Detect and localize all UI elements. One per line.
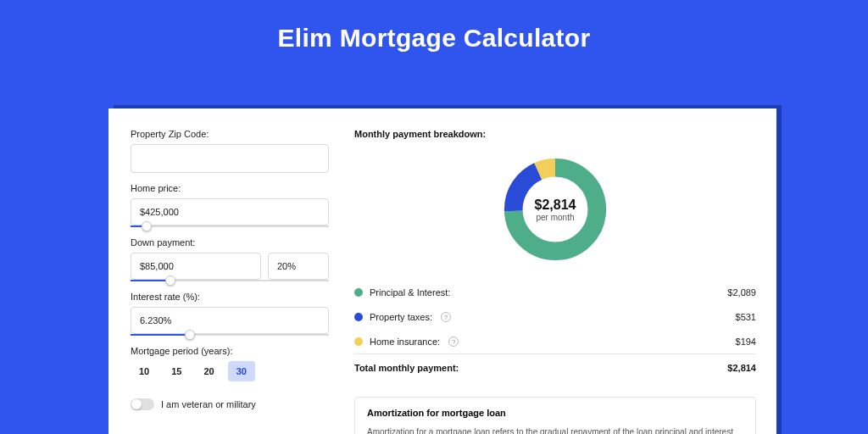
period-option-15[interactable]: 15 xyxy=(163,361,190,381)
down-payment-label: Down payment: xyxy=(131,237,329,248)
legend-label: Principal & Interest: xyxy=(370,287,450,298)
period-option-30[interactable]: 30 xyxy=(228,361,255,381)
home-price-slider[interactable] xyxy=(131,225,329,227)
home-price-slider-thumb[interactable] xyxy=(142,221,152,231)
page-title: Elim Mortgage Calculator xyxy=(0,0,868,68)
total-amount: $2,814 xyxy=(727,363,756,373)
input-panel: Property Zip Code: Home price: Down paym… xyxy=(108,108,346,434)
veteran-label: I am veteran or military xyxy=(161,399,256,409)
donut-sublabel: per month xyxy=(536,213,574,222)
legend-label: Home insurance: xyxy=(370,337,440,347)
legend-row: Property taxes:?$531 xyxy=(354,304,756,329)
down-payment-slider-thumb[interactable] xyxy=(165,275,175,286)
legend-dot-icon xyxy=(354,288,363,297)
interest-input[interactable] xyxy=(131,307,329,334)
interest-slider[interactable] xyxy=(131,334,329,336)
legend-row: Principal & Interest:$2,089 xyxy=(354,280,756,304)
interest-slider-thumb[interactable] xyxy=(185,330,195,340)
zip-field-group: Property Zip Code: xyxy=(131,129,329,173)
legend-row: Home insurance:?$194 xyxy=(354,329,756,353)
amortization-text: Amortization for a mortgage loan refers … xyxy=(367,426,743,434)
help-icon[interactable]: ? xyxy=(448,337,459,347)
total-row: Total monthly payment: $2,814 xyxy=(354,353,756,381)
donut-center: $2,814 per month xyxy=(500,154,610,264)
legend: Principal & Interest:$2,089Property taxe… xyxy=(354,280,756,353)
legend-amount: $2,089 xyxy=(727,287,756,298)
period-options: 10152030 xyxy=(131,361,329,381)
period-label: Mortgage period (years): xyxy=(131,346,329,356)
zip-input[interactable] xyxy=(131,144,329,173)
interest-field-group: Interest rate (%): xyxy=(131,292,329,336)
period-option-20[interactable]: 20 xyxy=(196,361,223,381)
help-icon[interactable]: ? xyxy=(441,312,451,322)
down-payment-pct-input[interactable] xyxy=(268,253,329,280)
veteran-toggle[interactable] xyxy=(131,398,154,410)
veteran-toggle-row: I am veteran or military xyxy=(131,398,329,410)
legend-amount: $531 xyxy=(736,312,756,322)
legend-dot-icon xyxy=(354,337,363,346)
amortization-box: Amortization for mortgage loan Amortizat… xyxy=(354,397,756,434)
down-payment-slider[interactable] xyxy=(131,280,329,281)
donut-chart-wrap: $2,814 per month xyxy=(354,147,756,280)
period-field-group: Mortgage period (years): 10152030 xyxy=(131,346,329,381)
legend-dot-icon xyxy=(354,313,363,321)
breakdown-title: Monthly payment breakdown: xyxy=(354,129,756,139)
down-payment-field-group: Down payment: xyxy=(131,237,329,281)
interest-label: Interest rate (%): xyxy=(131,292,329,302)
down-payment-input[interactable] xyxy=(131,253,261,280)
amortization-title: Amortization for mortgage loan xyxy=(367,408,743,418)
home-price-label: Home price: xyxy=(131,183,329,193)
breakdown-panel: Monthly payment breakdown: $2,814 per mo… xyxy=(346,108,776,434)
total-label: Total monthly payment: xyxy=(354,363,459,373)
calculator-card: Property Zip Code: Home price: Down paym… xyxy=(108,108,776,434)
period-option-10[interactable]: 10 xyxy=(131,361,158,381)
donut-amount: $2,814 xyxy=(535,198,576,213)
home-price-field-group: Home price: xyxy=(131,183,329,227)
home-price-input[interactable] xyxy=(131,198,329,225)
zip-label: Property Zip Code: xyxy=(131,129,329,139)
donut-chart: $2,814 per month xyxy=(500,154,610,264)
legend-amount: $194 xyxy=(736,337,756,347)
legend-label: Property taxes: xyxy=(370,312,432,322)
